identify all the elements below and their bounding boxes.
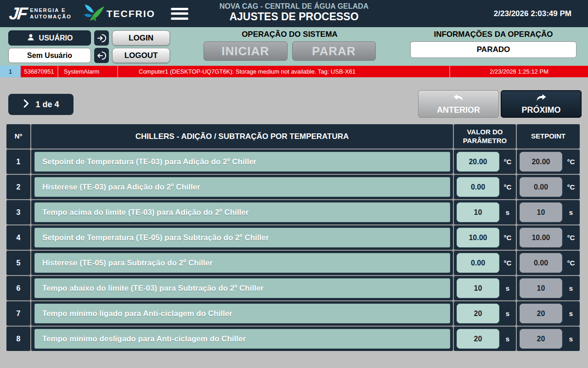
parameter-description: Tempo abaixo do limite (TE-03) para Subt… xyxy=(34,278,450,298)
jf-line2: AUTOMAÇÃO xyxy=(30,14,72,19)
jf-energia-logo: JF ENERGIA E AUTOMAÇÃO xyxy=(9,4,72,23)
logout-button[interactable]: LOGOUT xyxy=(112,48,170,63)
parameter-value-input[interactable]: 20.00 xyxy=(457,152,499,172)
stop-button[interactable]: PARAR xyxy=(292,41,376,61)
alarm-timestamp: 2/23/2026 1:25:12 PM xyxy=(450,66,588,77)
top-bar: JF ENERGIA E AUTOMAÇÃO TECFRIO xyxy=(0,0,588,27)
back-curved-arrow-icon xyxy=(452,93,465,105)
value-unit: °C xyxy=(499,259,516,267)
parameter-description: Tempo mínimo desligado para Anti-ciclage… xyxy=(34,329,450,349)
parameter-value-input[interactable]: 10 xyxy=(457,202,499,222)
col-header-value: VALOR DO PARÂMETRO xyxy=(454,124,516,149)
setpoint-value: 0.00 xyxy=(520,177,562,197)
value-unit: °C xyxy=(499,234,516,242)
login-arrow-icon[interactable] xyxy=(94,30,109,46)
table-row: Setpoint de Temperatura (TE-03) para Adi… xyxy=(31,150,453,174)
start-button[interactable]: INICIAR xyxy=(204,41,288,61)
value-unit: s xyxy=(499,310,516,317)
setpoint-value: 10 xyxy=(520,278,562,298)
value-unit: °C xyxy=(499,183,516,191)
table-row: Tempo mínimo desligado para Anti-ciclage… xyxy=(31,327,453,351)
info-title: INFORMAÇÕES DA OPERAÇÃO xyxy=(410,30,577,39)
setpoint-value: 20.00 xyxy=(520,152,562,172)
login-button[interactable]: LOGIN xyxy=(112,30,170,46)
tecfrio-wordmark: TECFRIO xyxy=(107,8,155,19)
setpoint-unit: °C xyxy=(562,259,580,267)
hmi-screen: JF ENERGIA E AUTOMAÇÃO TECFRIO xyxy=(0,0,588,368)
table-row: Tempo abaixo do limite (TE-03) para Subt… xyxy=(31,276,453,300)
setpoint-unit: °C xyxy=(562,158,580,166)
page-indicator[interactable]: 1 de 4 xyxy=(8,94,74,115)
value-unit: °C xyxy=(499,158,516,166)
setpoint-value: 10 xyxy=(520,202,562,222)
info-panel: INFORMAÇÕES DA OPERAÇÃO PARADO xyxy=(410,30,577,58)
plant-subtitle: NOVA CAG - CENTRAL DE ÁGUA GELADA xyxy=(175,2,413,11)
parameters-table: Nº CHILLERS - ADIÇÃO / SUBTRAÇÃO POR TEM… xyxy=(6,124,580,351)
parameter-value-input[interactable]: 20 xyxy=(457,329,499,349)
brand-area: JF ENERGIA E AUTOMAÇÃO TECFRIO xyxy=(9,4,188,24)
operation-panel: OPERAÇÃO DO SISTEMA INICIAR PARAR xyxy=(204,30,376,61)
parameter-value-input[interactable]: 0.00 xyxy=(457,253,499,273)
operation-title: OPERAÇÃO DO SISTEMA xyxy=(204,30,376,39)
setpoint-unit: s xyxy=(562,208,580,216)
setpoint-unit: s xyxy=(562,284,580,292)
value-unit: s xyxy=(499,335,516,343)
setpoint-unit: s xyxy=(562,310,580,317)
table-row: Tempo acima do limite (TE-03) para Adiçã… xyxy=(31,200,453,224)
butterfly-logo-icon xyxy=(84,4,105,24)
setpoint-unit: °C xyxy=(562,234,580,242)
col-header-description: CHILLERS - ADIÇÃO / SUBTRAÇÃO POR TEMPER… xyxy=(31,124,453,149)
parameter-description: Tempo mínimo ligado para Anti-ciclagem d… xyxy=(34,304,450,323)
user-button-label: USUÁRIO xyxy=(39,34,73,42)
row-number: 7 xyxy=(6,301,30,326)
table-row: Histerese (TE-03) para Adição do 2º Chil… xyxy=(31,175,453,199)
tecfrio-logo: TECFRIO xyxy=(84,4,155,24)
current-user-display: Sem Usuário xyxy=(8,48,91,63)
row-number: 8 xyxy=(6,327,30,351)
user-button[interactable]: USUÁRIO xyxy=(8,30,91,46)
parameter-value-input[interactable]: 10.00 xyxy=(457,228,499,247)
alarm-type: SystemAlarm xyxy=(58,66,118,77)
setpoint-value: 20 xyxy=(520,304,562,323)
previous-button[interactable]: ANTERIOR xyxy=(418,90,499,118)
row-number: 1 xyxy=(6,150,30,174)
parameter-description: Histerese (TE-05) para Subtração do 2º C… xyxy=(34,253,450,273)
parameter-value-input[interactable]: 0.00 xyxy=(457,177,499,197)
table-row: Histerese (TE-05) para Subtração do 2º C… xyxy=(31,251,453,275)
operation-status: PARADO xyxy=(410,41,577,58)
datetime-display: 2/23/2026 2:03:49 PM xyxy=(494,9,579,18)
row-number: 5 xyxy=(6,251,30,275)
row-number: 2 xyxy=(6,175,30,199)
next-button-label: PRÓXIMO xyxy=(521,105,560,115)
table-row: Tempo mínimo ligado para Anti-ciclagem d… xyxy=(31,301,453,326)
setpoint-unit: °C xyxy=(562,183,580,191)
parameter-description: Tempo acima do limite (TE-03) para Adiçã… xyxy=(34,202,450,222)
parameter-description: Histerese (TE-03) para Adição do 2º Chil… xyxy=(34,177,450,197)
main-content: 1 de 4 ANTERIOR PRÓXIMO xyxy=(0,90,588,351)
previous-button-label: ANTERIOR xyxy=(437,105,480,115)
parameter-value-input[interactable]: 20 xyxy=(457,304,499,323)
parameter-value-input[interactable]: 10 xyxy=(457,278,499,298)
row-number: 4 xyxy=(6,225,30,250)
setpoint-value: 0.00 xyxy=(520,253,562,273)
person-icon xyxy=(27,33,35,43)
row-number: 6 xyxy=(6,276,30,300)
alarm-index: 1 xyxy=(0,66,21,77)
parameter-description: Setpoint de Temperatura (TE-05) para Sub… xyxy=(34,228,450,247)
setpoint-value: 20 xyxy=(520,329,562,349)
user-panel: USUÁRIO LOGIN Sem Usuário LOGOUT xyxy=(8,30,170,63)
page-title: AJUSTES DE PROCESSO xyxy=(175,11,413,23)
setpoint-unit: s xyxy=(562,335,580,343)
next-button[interactable]: PRÓXIMO xyxy=(501,90,582,118)
col-header-num: Nº xyxy=(6,124,30,149)
chevron-right-icon xyxy=(23,99,30,110)
logout-arrow-icon[interactable] xyxy=(94,48,109,63)
title-block: NOVA CAG - CENTRAL DE ÁGUA GELADA AJUSTE… xyxy=(175,2,413,23)
col-header-setpoint: SETPOINT xyxy=(517,124,580,149)
value-unit: s xyxy=(499,208,516,216)
table-row: Setpoint de Temperatura (TE-05) para Sub… xyxy=(31,225,453,250)
row-number: 3 xyxy=(6,200,30,224)
setpoint-value: 10.00 xyxy=(520,228,562,247)
alarm-row[interactable]: 1 536870951 SystemAlarm Computer1 (DESKT… xyxy=(0,66,588,77)
forward-curved-arrow-icon xyxy=(535,93,548,105)
